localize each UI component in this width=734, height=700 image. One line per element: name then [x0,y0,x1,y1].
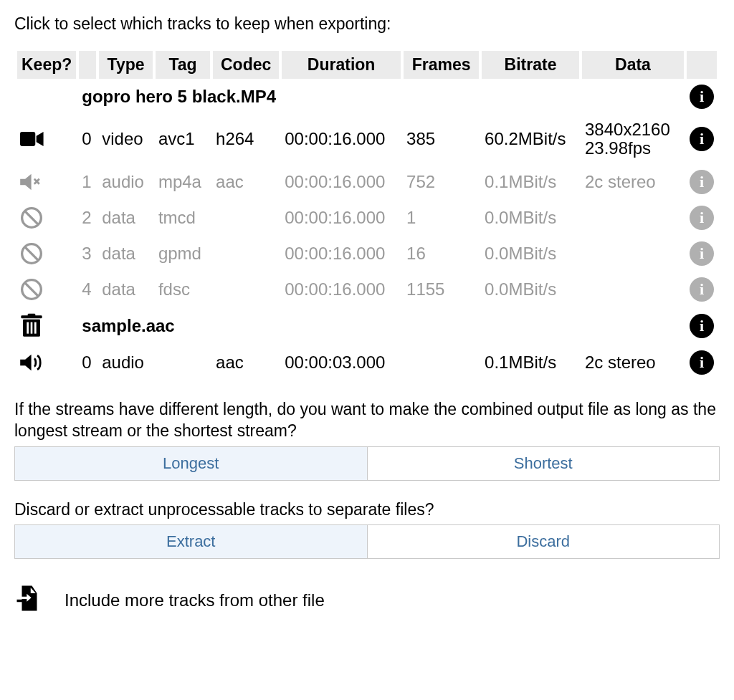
track-bitrate: 0.0MBit/s [482,272,579,307]
col-type: Type [99,51,153,79]
track-index: 1 [79,164,96,200]
track-type: data [99,200,153,236]
track-index: 3 [79,236,96,272]
track-index: 0 [79,345,96,380]
track-frames: 385 [404,115,479,164]
shortest-button[interactable]: Shortest [367,447,720,480]
track-tag: gpmd [156,236,210,272]
discard-button[interactable]: Discard [367,525,720,558]
track-codec [213,272,279,307]
discard-question-block: Discard or extract unprocessable tracks … [14,499,720,560]
track-frames: 16 [404,236,479,272]
col-bitrate: Bitrate [482,51,579,79]
track-codec [213,236,279,272]
track-data [582,272,684,307]
info-icon[interactable]: i [690,241,714,266]
svg-rect-0 [20,132,35,146]
track-tag: avc1 [156,115,210,164]
track-data [582,200,684,236]
svg-line-6 [25,282,39,296]
track-codec: aac [213,345,279,380]
track-frames: 1 [404,200,479,236]
svg-line-2 [25,211,39,224]
track-type: data [99,236,153,272]
track-codec [213,200,279,236]
longest-button[interactable]: Longest [15,447,367,480]
track-duration: 00:00:03.000 [282,345,401,380]
svg-rect-9 [28,313,36,316]
track-data: 2c stereo [582,164,684,200]
track-type: audio [99,164,153,200]
ban-icon[interactable] [20,206,73,229]
track-tag: tmcd [156,200,210,236]
track-duration: 00:00:16.000 [282,115,401,164]
trash-icon[interactable] [20,313,73,339]
track-data: 2c stereo [582,345,684,380]
info-icon[interactable]: i [690,206,714,230]
col-data: Data [582,51,684,79]
info-icon[interactable]: i [690,350,714,375]
track-type: data [99,272,153,307]
track-tag: mp4a [156,164,210,200]
discard-question-text: Discard or extract unprocessable tracks … [14,499,720,521]
file-import-icon [14,583,44,618]
track-duration: 00:00:16.000 [282,200,401,236]
track-type: video [99,115,153,164]
track-frames: 1155 [404,272,479,307]
track-frames [404,345,479,380]
track-bitrate: 0.1MBit/s [482,164,579,200]
track-data: 3840x216023.98fps [582,115,684,164]
track-bitrate: 60.2MBit/s [482,115,579,164]
extract-button[interactable]: Extract [15,525,367,558]
info-icon[interactable]: i [690,85,714,109]
track-duration: 00:00:16.000 [282,164,401,200]
svg-rect-11 [31,322,33,333]
audio-icon[interactable] [20,353,73,373]
col-keep: Keep? [17,51,76,79]
info-icon[interactable]: i [690,127,714,151]
track-bitrate: 0.0MBit/s [482,200,579,236]
file-name: sample.aac [79,307,684,345]
info-icon[interactable]: i [690,170,714,194]
length-question-text: If the streams have different length, do… [14,399,720,442]
include-more-label: Include more tracks from other file [65,590,325,610]
col-frames: Frames [404,51,479,79]
info-icon[interactable]: i [690,314,714,338]
svg-line-4 [25,246,39,260]
col-codec: Codec [213,51,279,79]
track-tag [156,345,210,380]
track-tag: fdsc [156,272,210,307]
instruction-text: Click to select which tracks to keep whe… [14,14,720,34]
tracks-table: Keep? Type Tag Codec Duration Frames Bit… [14,51,720,380]
discard-segmented: Extract Discard [14,524,720,559]
track-bitrate: 0.0MBit/s [482,236,579,272]
include-more-button[interactable]: Include more tracks from other file [14,583,720,618]
length-question-block: If the streams have different length, do… [14,399,720,481]
track-duration: 00:00:16.000 [282,236,401,272]
video-icon[interactable] [20,130,73,148]
track-frames: 752 [404,164,479,200]
track-bitrate: 0.1MBit/s [482,345,579,380]
length-segmented: Longest Shortest [14,446,720,481]
col-duration: Duration [282,51,401,79]
track-index: 4 [79,272,96,307]
ban-icon[interactable] [20,278,73,301]
svg-rect-12 [34,322,37,333]
audio-muted-icon[interactable] [20,172,73,192]
track-duration: 00:00:16.000 [282,272,401,307]
track-codec: h264 [213,115,279,164]
svg-rect-10 [27,322,29,333]
file-name: gopro hero 5 black.MP4 [79,79,684,115]
info-icon[interactable]: i [690,277,714,302]
track-type: audio [99,345,153,380]
track-index: 0 [79,115,96,164]
ban-icon[interactable] [20,242,73,265]
track-index: 2 [79,200,96,236]
col-tag: Tag [156,51,210,79]
track-data [582,236,684,272]
track-codec: aac [213,164,279,200]
